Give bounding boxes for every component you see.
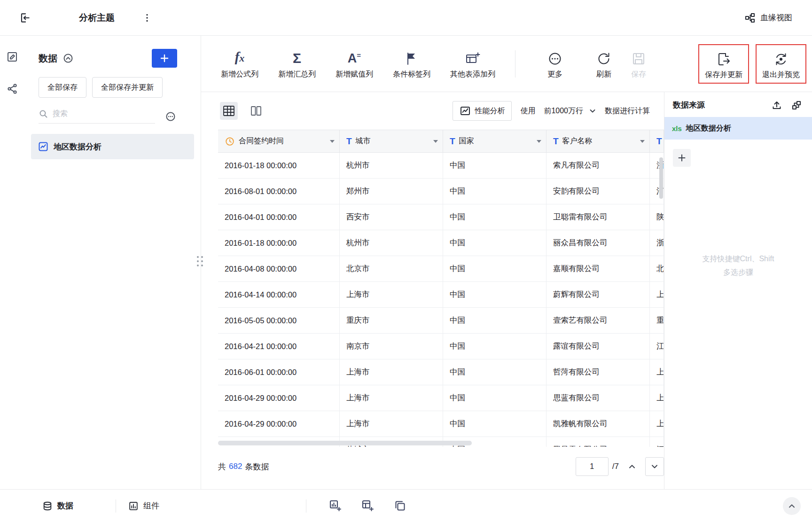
tab-data[interactable]: 数据 [30,490,86,522]
table-row: 2016-05-05 00:00:00重庆市中国壹索艺有限公司重 [218,308,664,334]
table-cell: 壹索艺有限公司 [547,308,650,333]
table-row: 2016-01-18 00:00:00杭州市中国丽众昌有限公司浙 [218,230,664,256]
table-plus-icon [465,48,480,66]
top-bar: 分析主题 血缘视图 [0,0,812,36]
table-cell: 上 [650,359,664,385]
row-count: 共682条数据 [218,461,269,472]
table-cell: 中国 [443,359,547,385]
page-input[interactable] [576,457,609,476]
table-cell: 思蓝有限公司 [547,385,650,411]
text-type-icon: T [656,137,662,146]
table-row: 2016-01-18 00:00:00杭州市中国索凡有限公司浙 [218,153,664,179]
table-row: 2016-04-29 00:00:00上海市中国凯雅帆有限公司上 [218,411,664,437]
grid-view-toggle[interactable] [220,102,238,120]
column-view-toggle[interactable] [247,102,265,120]
save-update-button[interactable]: 保存并更新 [705,49,742,80]
add-summary-column-button[interactable]: Σ 新增汇总列 [278,48,316,79]
table-cell: 2016-04-21 00:00:00 [218,334,340,359]
data-table: 合同签约时间 T 城市 T 国家 T 客户名称 T 2016-01-18 [218,130,664,447]
table-cell: 露谊有限公司 [547,334,650,359]
table-row: 2016-04-08 00:00:00北京市中国嘉顺有限公司北 [218,256,664,282]
performance-analysis-button[interactable]: 性能分析 [453,101,512,121]
collapse-panel-icon[interactable] [63,53,73,63]
data-source-title: 数据来源 [673,100,705,110]
edit-panel-icon[interactable] [6,51,18,63]
column-header-contract-date[interactable]: 合同签约时间 [218,130,340,152]
table-cell: 上 [650,411,664,436]
table-cell: 索凡有限公司 [547,153,650,178]
exit-preview-button[interactable]: 退出并预览 [762,49,800,80]
table-cell: 西安市 [340,204,443,230]
source-item[interactable]: xls 地区数据分析 [664,117,812,140]
save-all-button[interactable]: 全部保存 [39,77,86,98]
save-all-update-button[interactable]: 全部保存并更新 [92,77,163,98]
table-cell: 上海市 [340,411,443,436]
data-panel-title: 数据 [39,52,57,65]
more-button[interactable]: 更多 [547,48,562,79]
column-header-city[interactable]: T 城市 [340,130,443,152]
table-cell: 中国 [443,385,547,411]
save-update-highlight-box: 保存并更新 [698,44,749,84]
column-menu-caret-icon [330,140,335,143]
refresh-button[interactable]: 刷新 [596,48,611,79]
insert-table-icon[interactable] [361,499,374,512]
column-header-country[interactable]: T 国家 [443,130,547,152]
horizontal-scrollbar[interactable] [218,441,472,445]
add-formula-column-button[interactable]: fx 新增公式列 [221,48,258,79]
table-cell: 中国 [443,153,547,178]
table-cell: 上海市 [340,385,443,411]
other-table-column-button[interactable]: 其他表添加列 [450,48,495,79]
copy-component-icon[interactable] [394,499,406,512]
panel-drag-handle[interactable] [197,256,203,266]
previous-page-button[interactable] [623,457,641,476]
table-cell: 2016-05-05 00:00:00 [218,308,340,333]
table-row: 2016-04-21 00:00:00南京市中国露谊有限公司江 [218,334,664,359]
table-cell: 中国 [443,230,547,256]
title-more-menu-icon[interactable] [142,13,152,23]
table-row: 2016-04-29 00:00:00上海市中国思蓝有限公司上 [218,385,664,411]
column-header-customer[interactable]: T 客户名称 [547,130,650,152]
table-cell: 2016-01-18 00:00:00 [218,153,340,178]
add-step-button[interactable] [673,149,691,167]
table-cell: 2016-04-29 00:00:00 [218,411,340,436]
dataset-item[interactable]: 地区数据分析 [31,134,194,159]
search-more-options-icon[interactable] [165,111,176,122]
upload-icon[interactable] [772,100,782,110]
insert-chart-icon[interactable] [329,499,342,512]
condition-tag-column-button[interactable]: 条件标签列 [393,48,430,79]
flag-icon [404,48,419,66]
structure-icon[interactable] [791,100,802,110]
add-dataset-button[interactable] [152,49,177,68]
table-cell: 腾昌雷有限公司 [547,437,650,447]
row-limit-dropdown[interactable]: 前1000万行 [544,106,596,116]
save-button: 保存 [631,48,646,79]
column-header-partial[interactable]: T [650,130,664,152]
add-assign-column-button[interactable]: A= 新增赋值列 [336,48,373,79]
collapse-bottom-panel-icon[interactable] [783,497,801,515]
table-cell: 上 [650,385,664,411]
lineage-view-button[interactable]: 血缘视图 [744,12,792,23]
table-cell: 2016-04-14 00:00:00 [218,282,340,307]
lineage-label: 血缘视图 [760,12,792,23]
exit-preview-highlight-box: 退出并预览 [756,44,806,84]
table-cell: 2016-08-01 00:00:00 [218,179,340,204]
dataset-chart-icon [38,141,49,152]
table-cell: 陕 [650,204,664,230]
exit-preview-icon [773,49,789,67]
relation-icon[interactable] [6,83,18,95]
search-icon [39,109,48,118]
next-page-button[interactable] [645,457,664,476]
exit-icon[interactable] [19,12,31,24]
search-input[interactable] [53,109,142,118]
text-type-icon: T [346,137,352,146]
table-cell: 2016-04-01 00:00:00 [218,204,340,230]
table-cell: 杭州市 [340,230,443,256]
table-header: 合同签约时间 T 城市 T 国家 T 客户名称 T [218,130,664,153]
bottom-bar: 数据 组件 [0,489,812,522]
table-body: 2016-01-18 00:00:00杭州市中国索凡有限公司浙2016-08-0… [218,153,664,447]
compute-label: 数据进行计算 [605,106,650,116]
tab-component[interactable]: 组件 [116,490,172,522]
assign-icon: A= [348,48,361,66]
more-circle-icon [547,48,562,66]
vertical-scrollbar[interactable] [659,157,663,199]
